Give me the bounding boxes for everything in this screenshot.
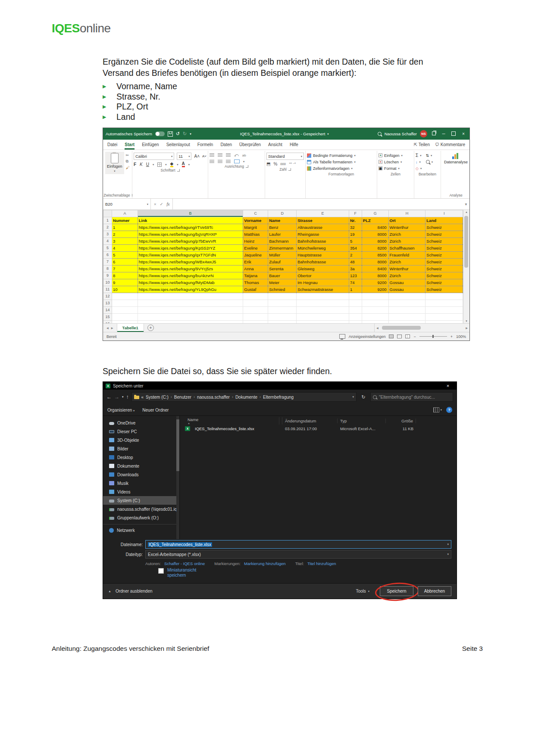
cell-H10[interactable]: Gossau [388,279,425,286]
cell-C12[interactable] [243,293,268,300]
hide-folders-caret-icon[interactable]: ▲ [108,590,111,593]
hide-folders-button[interactable]: Ordner ausblenden [116,589,153,594]
cell-E14[interactable] [297,307,349,314]
row-header-5[interactable]: 5 [103,245,112,252]
history-caret-icon[interactable]: ▾ [122,395,124,399]
row-header-7[interactable]: 7 [103,259,112,266]
cell-D14[interactable] [268,307,297,314]
cell-I3[interactable]: Schweiz [425,231,463,238]
cell-G4[interactable]: 8000 [362,238,388,245]
formula-expand-icon[interactable]: ▾ [463,199,469,209]
sidebar-item-system-c[interactable]: System (C:) [103,496,179,505]
wrap-text-icon[interactable]: ab [242,153,246,157]
horizontal-scrollbar[interactable]: ◂ ▸ [374,324,469,332]
sheet-tab-tabelle1[interactable]: Tabelle1 [117,324,144,332]
cell-F13[interactable] [349,300,362,307]
cell-I8[interactable]: Schweiz [425,266,463,272]
sidebar-item-bilder[interactable]: Bilder [103,444,179,453]
filename-caret-icon[interactable]: ▾ [447,543,449,546]
insert-cells-button[interactable]: +Einfügen▾ [379,153,413,158]
cell-B7[interactable]: https://www.iqes.net/befragung/WBx4wxJ5 [138,259,243,266]
redo-icon[interactable]: ↻ [183,131,187,137]
cell-G14[interactable] [362,307,388,314]
filetype-select[interactable]: Excel-Arbeitsmappe (*.xlsx) ▾ [145,550,451,559]
font-size-combo[interactable]: 11▾ [177,153,191,160]
cell-C13[interactable] [243,300,268,307]
cell-H4[interactable]: Zürich [388,238,425,245]
sidebar-item-videos[interactable]: Videos [103,487,179,496]
close-button[interactable]: × [460,131,467,136]
select-all-corner[interactable] [103,210,112,217]
cell-H5[interactable]: Schaffhausen [388,245,425,252]
orientation-icon[interactable]: ⤺ [234,153,239,158]
cell-A5[interactable]: 4 [112,245,138,252]
cell-D15[interactable] [268,314,297,321]
cell-G6[interactable]: 8500 [362,252,388,259]
cell-F7[interactable]: 48 [349,259,362,266]
cell-G9[interactable]: 8000 [362,272,388,279]
cell-C15[interactable] [243,314,268,321]
cell-G2[interactable]: 8400 [362,224,388,231]
title-caret-icon[interactable]: ▾ [327,132,329,136]
fill-color-icon[interactable]: ◆ [170,162,174,167]
search-icon[interactable] [378,132,382,136]
sheet-next-icon[interactable]: ▸ [111,325,113,330]
cell-G10[interactable]: 9200 [362,279,388,286]
breadcrumb-segment[interactable]: System (C:) [146,395,169,400]
cell-A14[interactable] [112,307,138,314]
cell-H2[interactable]: Winterthur [388,224,425,231]
ribbon-tab-berprfen[interactable]: Überprüfen [239,140,261,150]
currency-icon[interactable]: ⬒ [266,162,270,166]
ribbon-tab-seitenlayout[interactable]: Seitenlayout [166,140,190,150]
column-header-B[interactable]: B [138,210,243,217]
ribbon-tab-datei[interactable]: Datei [107,140,117,150]
conditional-formatting-button[interactable]: Bedingte Formatierung▾ [307,153,375,158]
row-header-12[interactable]: 12 [103,293,112,300]
column-header-G[interactable]: G [362,210,388,217]
filename-input[interactable]: IQES_Teilnahmecodes_liste.xlsx ▾ [145,540,451,549]
ribbon-options-icon[interactable] [430,131,437,136]
refresh-icon[interactable]: ↻ [359,394,368,400]
cell-A1[interactable]: Nummer [112,217,138,224]
display-settings-icon[interactable] [339,334,345,339]
cell-B10[interactable]: https://www.iqes.net/befragung/fMytDMab [138,279,243,286]
cell-E5[interactable]: Münchwilerweg [297,245,349,252]
row-header-6[interactable]: 6 [103,252,112,259]
cell-B3[interactable]: https://www.iqes.net/befragung/bgVqRHXP [138,231,243,238]
column-header-D[interactable]: D [268,210,297,217]
cell-C8[interactable]: Anna [243,266,268,272]
autosave-toggle[interactable] [155,131,165,136]
fill-button[interactable]: ↓▾▾ [416,159,439,165]
align-center-icon[interactable] [218,160,222,163]
cancel-button[interactable]: Abbrechen [418,586,451,596]
cell-I6[interactable]: Schweiz [425,252,463,259]
merge-center-icon[interactable] [234,159,240,163]
percent-icon[interactable]: % [273,162,277,166]
cell-G7[interactable]: 8000 [362,259,388,266]
cell-H13[interactable] [388,300,425,307]
cancel-icon[interactable]: × [154,202,156,206]
save-icon[interactable] [168,131,173,137]
cell-styles-button[interactable]: Zellenformatvorlagen▾ [307,166,375,171]
cell-G13[interactable] [362,300,388,307]
dialog-close-button[interactable]: × [442,383,454,388]
format-as-table-button[interactable]: Als Tabelle formatieren▾ [307,159,375,165]
column-header-H[interactable]: H [388,210,425,217]
zoom-out-icon[interactable]: − [413,334,416,339]
cell-E11[interactable]: Schwazmattstrasse [297,286,349,293]
cell-G15[interactable] [362,314,388,321]
authors-value[interactable]: Schaffer - IQES online [164,561,205,566]
cell-D1[interactable]: Name [268,217,297,224]
breadcrumb-segment[interactable]: naoussa.schaffer [197,395,230,400]
formula-input[interactable] [173,199,463,209]
tags-value[interactable]: Markierung hinzufügen [244,561,286,566]
cell-A11[interactable]: 10 [112,286,138,293]
cell-E15[interactable] [297,314,349,321]
underline-icon[interactable]: U [146,162,149,167]
align-right-icon[interactable] [226,160,231,163]
sidebar-item-3d-objekte[interactable]: 3D-Objekte [103,436,179,444]
column-header-C[interactable]: C [243,210,268,217]
align-middle-icon[interactable] [218,153,222,157]
row-header-13[interactable]: 13 [103,300,112,307]
tools-menu[interactable]: Tools▾ [356,589,369,594]
